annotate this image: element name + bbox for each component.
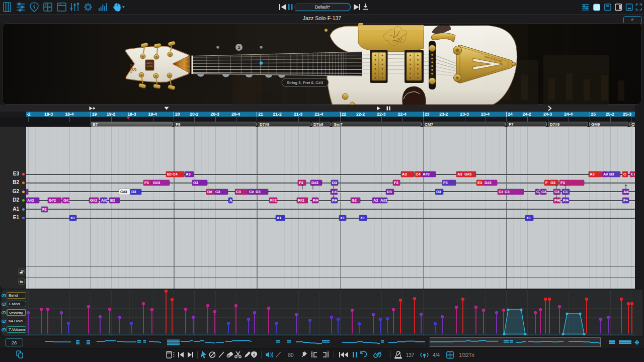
svg-text:1/32Tri: 1/32Tri [459,352,474,358]
svg-text:137: 137 [406,352,415,358]
svg-text:4/4: 4/4 [433,352,440,358]
svg-text:80: 80 [288,352,294,358]
